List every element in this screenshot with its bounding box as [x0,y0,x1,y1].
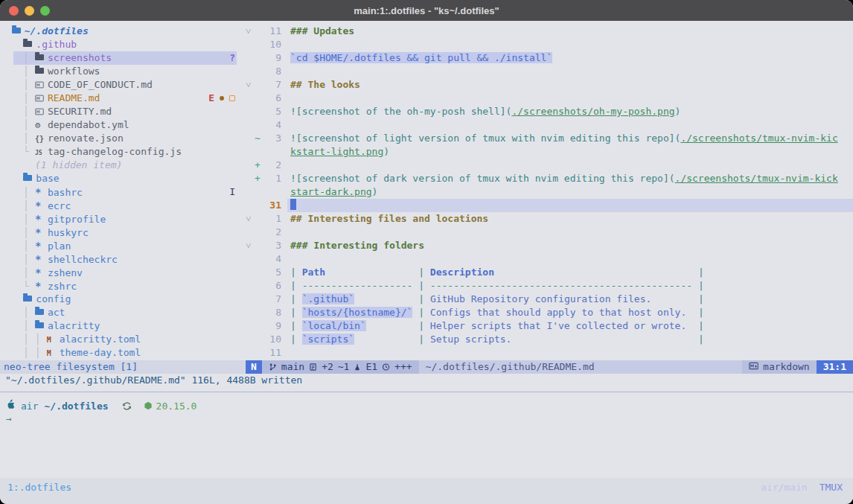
diff-added: +2 [322,360,333,374]
tree-item-.github[interactable]: .github [0,38,246,51]
cursor-position: 31:1 [817,360,853,374]
editor-line[interactable]: 31 [246,199,853,212]
text-segment-h3: ### Interesting folders [290,240,424,251]
diff-changed: ~1 [338,360,350,374]
tree-item--1-hidden-item-[interactable]: (1 hidden item) [0,159,246,172]
tree-item-config[interactable]: config [0,293,246,306]
tree-item-bashrc[interactable]: │ *bashrcI [0,185,246,199]
tmux-window-tab[interactable]: 1:.dotfiles [7,482,71,504]
tree-item-act[interactable]: │ act [0,306,246,319]
text-segment-link: ./screenshots/tmux-nvim-kic [680,133,837,144]
editor-pane[interactable]: ˅11### Updates109`cd $HOME/.dotfiles && … [246,21,853,360]
tree-item-dependabot.yml[interactable]: │ ⚙dependabot.yml [0,118,246,132]
line-number: 9 [262,51,281,65]
tree-item-tag-changelog-config.js[interactable]: └ JStag-changelog-config.js [0,145,246,159]
line-number: 5 [262,266,281,279]
line-number: 7 [262,78,281,92]
prompt-char[interactable]: → [6,412,12,426]
editor-line[interactable]: 10 [246,38,853,51]
editor-line[interactable]: ˅7## The looks [246,78,853,92]
text-segment-md: ) [372,186,378,197]
tree-item-huskyrc[interactable]: │ *huskyrc [0,226,246,239]
editor-line[interactable]: ˅11### Updates [246,25,853,38]
tree-item-plan[interactable]: │ *plan [0,239,246,252]
asterisk-file-icon: * [35,212,48,226]
editor-line[interactable]: +1![screenshot of dark version of tmux w… [246,172,853,185]
tmux-pane-divider[interactable] [0,392,853,392]
editor-line[interactable]: start-dark.png) [246,185,853,199]
line-number: 4 [262,252,281,266]
modified-buffer-icon [309,363,317,371]
text-segment-link: start-dark.png [290,186,372,197]
tree-item-readme.md[interactable]: │ README.mdE [0,92,246,105]
statusline-extra: +++ [394,360,412,374]
editor-line[interactable]: 6 [246,92,853,105]
editor-line[interactable]: 8| `hosts/{hostname}/` | Configs that sh… [246,306,853,319]
editor-line[interactable]: 5| Path | Description | [246,266,853,279]
tree-item-label: tag-changelog-config.js [48,146,182,157]
line-number: 2 [262,226,281,239]
git-sign-column: ~ [255,132,262,145]
terminal-window: main:1:.dotfiles - "ks~/.dotfiles" ~/.do… [0,0,853,504]
editor-line[interactable]: 9`cd $HOME/.dotfiles && git pull && ./in… [246,51,853,65]
editor-line[interactable]: 8 [246,65,853,78]
tree-item-label: screenshots [48,52,112,63]
text-segment-pipe: | [692,280,704,291]
text-segment-pipe: | [692,334,704,345]
tree-item-gitprofile[interactable]: │ *gitprofile [0,212,246,226]
tree-item-zshrc[interactable]: └ *zshrc [0,279,246,293]
tree-item-zshenv[interactable]: │ *zshenv [0,266,246,279]
line-text: | `.github` | GitHub Repository configur… [290,293,704,304]
line-number: 8 [262,65,281,78]
editor-line[interactable]: 7| `.github` | GitHub Repository configu… [246,293,853,306]
editor-line[interactable]: 6| ------------------- | ---------------… [246,279,853,293]
git-sign-column: + [255,172,262,185]
tree-item-alacritty[interactable]: │ alacritty [0,319,246,333]
line-number: 6 [262,92,281,105]
tree-item-ecrc[interactable]: │ *ecrc [0,199,246,212]
tree-item-workflows[interactable]: │ workflows [0,65,246,78]
editor-line[interactable]: +2 [246,159,853,172]
tmux-statusbar: 1:.dotfiles air/main TMUX [0,478,853,504]
text-segment-pipe: | [412,267,429,278]
fold-marker-icon[interactable]: ˅ [246,25,255,38]
tree-item-code-of-conduct.md[interactable]: │ CODE_OF_CONDUCT.md [0,78,246,92]
tree-guide [0,173,23,184]
editor-line[interactable]: 9| `local/bin` | Helper scripts that I'v… [246,319,853,333]
text-segment-md: ![screenshot of the oh-my-posh shell]( [290,106,511,117]
tree-item-label: bashrc [48,187,83,198]
fold-marker-icon[interactable]: ˅ [246,212,255,226]
editor-line[interactable]: kstart-light.png) [246,145,853,159]
editor-line[interactable]: 4 [246,252,853,266]
tree-item-base[interactable]: base [0,172,246,185]
statusline-filetype-section: markdown [742,360,817,374]
git-untracked-badge: ? [229,51,235,65]
editor-line[interactable]: 10| `scripts` | Setup scripts. | [246,333,853,346]
editor-line[interactable]: ~3![screenshot of light version of tmux … [246,132,853,145]
editor-line[interactable]: ˅1## Interesting files and locations [246,212,853,226]
tree-item-badges: ? [229,51,235,65]
shell-prompt: air ~/.dotfiles 20.15.0 [6,399,197,412]
tree-item-label: act [48,307,65,318]
tree-item-alacritty.toml[interactable]: │ │ Malacritty.toml [0,333,246,346]
editor-line[interactable]: 4 [246,118,853,132]
editor-line[interactable]: 2 [246,226,853,239]
fold-marker-icon[interactable]: ˅ [246,78,255,92]
line-number: 8 [262,306,281,319]
tree-item-shellcheckrc[interactable]: │ *shellcheckrc [0,252,246,266]
line-number: 4 [262,118,281,132]
editor-line[interactable]: 5![screenshot of the oh-my-posh shell](.… [246,105,853,118]
tree-item-theme-day.toml[interactable]: │ │ Mtheme-day.toml [0,346,246,360]
line-number: 2 [262,159,281,172]
editor-line[interactable]: ˅3### Interesting folders [246,239,853,252]
diagnostics-count: E1 [365,360,377,374]
prompt-cwd: ~/.dotfiles [44,401,108,412]
editor-line[interactable]: 11 [246,346,853,360]
asterisk-file-icon: * [35,185,48,200]
fold-marker-icon[interactable]: ˅ [246,239,255,252]
tree-item-~-.dotfiles[interactable]: ~/.dotfiles [0,25,246,38]
tree-item-security.md[interactable]: │ SECURITY.md [0,105,246,118]
tree-item-screenshots[interactable]: │ screenshots? [0,51,246,65]
tree-item-badges: I [229,185,235,199]
tree-item-renovate.json[interactable]: │ {}renovate.json [0,132,246,145]
